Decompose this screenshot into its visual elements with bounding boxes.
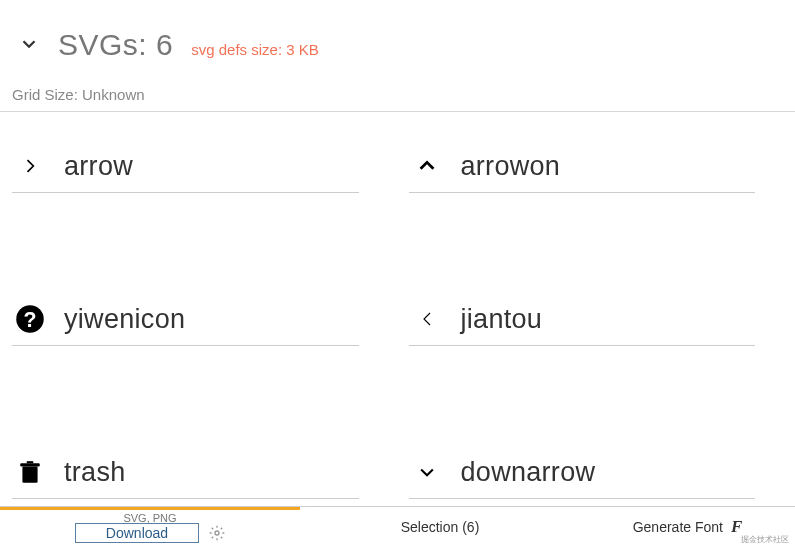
icon-label: trash xyxy=(64,457,359,488)
section-header: SVGs: 6 svg defs size: 3 KB xyxy=(0,0,795,68)
chevron-up-icon xyxy=(409,148,445,184)
question-circle-icon: ? xyxy=(12,301,48,337)
icon-cell-downarrow[interactable]: downarrow xyxy=(409,436,756,499)
svg-rect-2 xyxy=(22,467,37,483)
trash-icon xyxy=(12,454,48,490)
svg-point-5 xyxy=(215,531,219,535)
angle-left-icon xyxy=(409,301,445,337)
svg-defs-size: svg defs size: 3 KB xyxy=(191,41,319,58)
icon-grid: arrow arrowon ? yiwenicon jiantou trash xyxy=(0,112,795,499)
icon-cell-yiwenicon[interactable]: ? yiwenicon xyxy=(12,283,359,346)
collapse-toggle[interactable] xyxy=(12,33,46,55)
footer-bar: SVG, PNG Download Selection (6) Generate… xyxy=(0,506,795,546)
chevron-down-icon xyxy=(18,33,40,55)
icon-cell-jiantou[interactable]: jiantou xyxy=(409,283,756,346)
selection-label: Selection (6) xyxy=(401,519,480,535)
download-button[interactable]: Download xyxy=(75,523,199,543)
grid-size-label: Grid Size: Unknown xyxy=(0,68,795,112)
section-title: SVGs: 6 xyxy=(58,28,173,62)
icon-cell-trash[interactable]: trash xyxy=(12,436,359,499)
icon-label: downarrow xyxy=(461,457,756,488)
chevron-down-icon xyxy=(409,454,445,490)
svg-text:?: ? xyxy=(24,308,37,332)
icon-cell-arrow[interactable]: arrow xyxy=(12,130,359,193)
tab-generate-font[interactable]: Generate Font F 掘金技术社区 xyxy=(580,507,795,546)
icon-label: arrowon xyxy=(461,151,756,182)
icon-label: yiwenicon xyxy=(64,304,359,335)
tab-selection[interactable]: Selection (6) xyxy=(300,507,580,546)
download-formats: SVG, PNG xyxy=(123,512,176,524)
svg-rect-4 xyxy=(27,461,34,463)
icon-cell-arrowon[interactable]: arrowon xyxy=(409,130,756,193)
tab-download[interactable]: SVG, PNG Download xyxy=(0,507,300,546)
icon-label: arrow xyxy=(64,151,359,182)
svg-rect-3 xyxy=(20,463,40,466)
watermark: 掘金技术社区 xyxy=(741,534,789,545)
generate-font-label: Generate Font xyxy=(633,519,723,535)
gear-icon[interactable] xyxy=(209,525,225,541)
chevron-right-icon xyxy=(12,148,48,184)
icon-label: jiantou xyxy=(461,304,756,335)
